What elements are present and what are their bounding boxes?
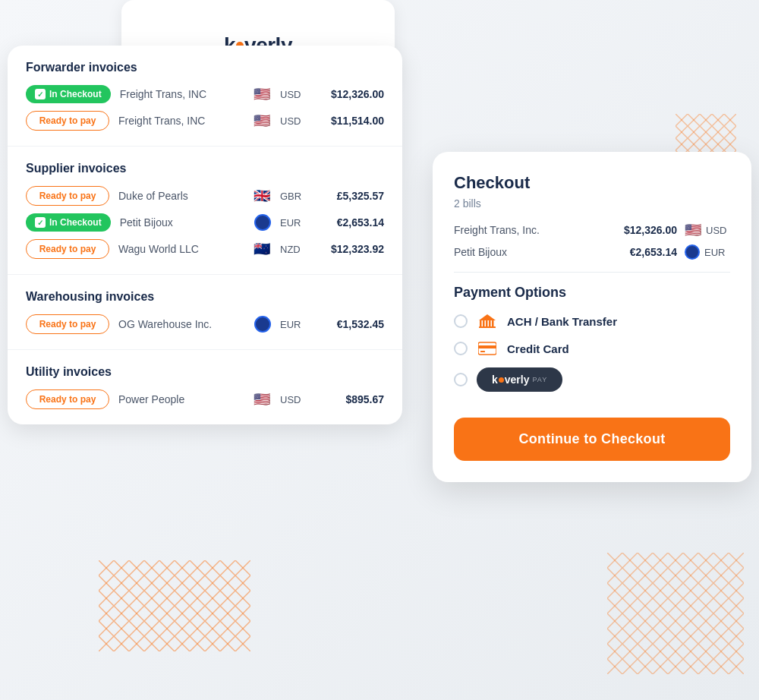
- amount-2: $11,514.00: [316, 115, 384, 127]
- currency-5: NZD: [280, 244, 307, 255]
- flag-us-2: 🇺🇸: [253, 114, 271, 128]
- checkout-item-2: Petit Bijoux €2,653.14 EUR: [454, 244, 730, 260]
- bills-count: 2 bills: [454, 197, 730, 210]
- credit-card-icon: [477, 340, 498, 357]
- amount-3: £5,325.57: [316, 190, 384, 202]
- koverly-pay-sub-text: PAY: [533, 376, 548, 383]
- flag-us-3: 🇺🇸: [253, 393, 271, 406]
- ready-badge-4[interactable]: Ready to pay: [26, 314, 109, 334]
- svg-rect-2: [99, 560, 250, 651]
- currency-3: GBR: [280, 191, 307, 202]
- decorative-grid-1: [99, 560, 250, 654]
- radio-koverly[interactable]: [454, 373, 468, 386]
- currency-6: EUR: [280, 319, 307, 330]
- radio-ach[interactable]: [454, 314, 468, 328]
- ready-badge-5[interactable]: Ready to pay: [26, 389, 109, 409]
- supplier-row-2: ✓ In Checkout Petit Bijoux EUR €2,653.14: [26, 213, 384, 232]
- utility-row-1: Ready to pay Power People 🇺🇸 USD $895.67: [26, 389, 384, 409]
- flag-eu-checkout: [685, 244, 700, 260]
- vendor-name-1: Freight Trans, INC: [120, 88, 244, 100]
- checkout-divider: [454, 272, 730, 273]
- in-checkout-badge-2[interactable]: ✓ In Checkout: [26, 213, 111, 232]
- in-checkout-badge-1[interactable]: ✓ In Checkout: [26, 85, 111, 103]
- page-container: kverly Forwarder invoices ✓ In Checkout …: [0, 0, 759, 700]
- svg-marker-14: [479, 314, 496, 320]
- checkout-amount-1: $12,326.00: [609, 224, 677, 236]
- ready-badge-3[interactable]: Ready to pay: [26, 239, 109, 259]
- bank-icon: [477, 313, 498, 330]
- currency-label-checkout-2: EUR: [704, 247, 725, 258]
- supplier-row-1: Ready to pay Duke of Pearls 🇬🇧 GBR £5,32…: [26, 186, 384, 206]
- checkout-currency-1: 🇺🇸 USD: [685, 222, 730, 238]
- currency-2: USD: [280, 115, 307, 127]
- warehousing-section-title: Warehousing invoices: [26, 290, 384, 304]
- vendor-name-7: Power People: [118, 393, 244, 405]
- svg-rect-5: [607, 553, 744, 674]
- koverly-pay-option[interactable]: kverly PAY: [477, 367, 562, 392]
- vendor-name-5: Wagu World LLC: [118, 243, 244, 255]
- supplier-section-title: Supplier invoices: [26, 162, 384, 175]
- cc-label: Credit Card: [507, 342, 569, 355]
- koverly-pay-logo-text: kverly: [492, 374, 530, 386]
- amount-7: $895.67: [316, 393, 384, 405]
- vendor-name-4: Petit Bijoux: [120, 216, 245, 229]
- continue-to-checkout-button[interactable]: Continue to Checkout: [454, 418, 730, 461]
- vendor-name-6: OG Warehouse Inc.: [118, 318, 245, 330]
- checkout-title: Checkout: [454, 173, 730, 193]
- checkmark-icon-2: ✓: [35, 217, 46, 228]
- svg-rect-18: [480, 351, 485, 352]
- svg-rect-12: [489, 320, 491, 326]
- ach-label: ACH / Bank Transfer: [507, 315, 617, 328]
- supplier-invoices-section: Supplier invoices Ready to pay Duke of P…: [8, 147, 402, 275]
- currency-7: USD: [280, 394, 307, 405]
- svg-rect-10: [483, 320, 485, 326]
- ready-badge-1[interactable]: Ready to pay: [26, 111, 109, 131]
- ready-badge-2[interactable]: Ready to pay: [26, 186, 109, 206]
- svg-rect-11: [486, 320, 488, 326]
- payment-option-cc[interactable]: Credit Card: [454, 340, 730, 357]
- warehousing-row-1: Ready to pay OG Warehouse Inc. EUR €1,53…: [26, 314, 384, 334]
- supplier-row-3: Ready to pay Wagu World LLC 🇳🇿 NZD $12,3…: [26, 239, 384, 259]
- checkout-vendor-2: Petit Bijoux: [454, 246, 601, 258]
- checkout-item-1: Freight Trans, Inc. $12,326.00 🇺🇸 USD: [454, 222, 730, 238]
- amount-4: €2,653.14: [316, 216, 384, 229]
- forwarder-row-1: ✓ In Checkout Freight Trans, INC 🇺🇸 USD …: [26, 85, 384, 103]
- utility-section-title: Utility invoices: [26, 365, 384, 379]
- warehousing-invoices-section: Warehousing invoices Ready to pay OG War…: [8, 275, 402, 350]
- flag-nz-1: 🇳🇿: [253, 242, 271, 256]
- currency-label-checkout-1: USD: [706, 225, 726, 236]
- vendor-name-2: Freight Trans, INC: [118, 115, 244, 127]
- checkout-panel: Checkout 2 bills Freight Trans, Inc. $12…: [433, 152, 751, 482]
- checkout-amount-2: €2,653.14: [609, 246, 677, 258]
- invoices-card: Forwarder invoices ✓ In Checkout Freight…: [8, 46, 402, 424]
- amount-5: $12,323.92: [316, 243, 384, 255]
- flag-us-checkout-1: 🇺🇸: [685, 222, 701, 238]
- payment-option-koverly[interactable]: kverly PAY: [454, 367, 730, 392]
- svg-rect-9: [480, 320, 482, 326]
- currency-1: USD: [280, 89, 307, 100]
- flag-gb-1: 🇬🇧: [253, 189, 271, 203]
- payment-options-title: Payment Options: [454, 285, 730, 301]
- payment-option-ach[interactable]: ACH / Bank Transfer: [454, 313, 730, 330]
- svg-rect-17: [478, 345, 496, 348]
- amount-6: €1,532.45: [316, 318, 384, 330]
- flag-us-1: 🇺🇸: [253, 87, 271, 101]
- svg-rect-15: [479, 326, 496, 328]
- utility-invoices-section: Utility invoices Ready to pay Power Peop…: [8, 350, 402, 424]
- vendor-name-3: Duke of Pearls: [118, 190, 244, 202]
- radio-cc[interactable]: [454, 342, 468, 355]
- forwarder-section-title: Forwarder invoices: [26, 61, 384, 74]
- checkmark-icon-1: ✓: [35, 89, 46, 99]
- forwarder-row-2: Ready to pay Freight Trans, INC 🇺🇸 USD $…: [26, 111, 384, 131]
- decorative-grid-2: [607, 553, 744, 677]
- amount-1: $12,326.00: [316, 88, 384, 100]
- checkout-currency-2: EUR: [685, 244, 730, 260]
- checkout-vendor-1: Freight Trans, Inc.: [454, 224, 601, 236]
- flag-eu-1: [254, 214, 271, 231]
- currency-4: EUR: [280, 217, 307, 229]
- flag-eu-2: [254, 316, 271, 333]
- forwarder-invoices-section: Forwarder invoices ✓ In Checkout Freight…: [8, 46, 402, 147]
- svg-rect-13: [492, 320, 494, 326]
